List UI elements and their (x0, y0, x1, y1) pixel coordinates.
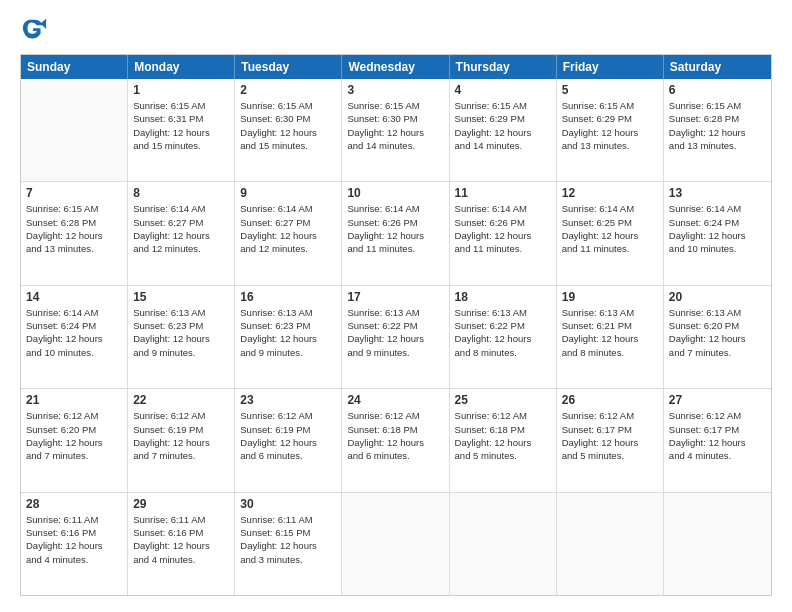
day-number: 6 (669, 83, 766, 97)
day-cell-29: 29Sunrise: 6:11 AM Sunset: 6:16 PM Dayli… (128, 493, 235, 595)
day-cell-26: 26Sunrise: 6:12 AM Sunset: 6:17 PM Dayli… (557, 389, 664, 491)
header-day-wednesday: Wednesday (342, 55, 449, 79)
calendar-row-2: 7Sunrise: 6:15 AM Sunset: 6:28 PM Daylig… (21, 182, 771, 285)
header-day-tuesday: Tuesday (235, 55, 342, 79)
day-number: 2 (240, 83, 336, 97)
day-info: Sunrise: 6:15 AM Sunset: 6:29 PM Dayligh… (562, 99, 658, 152)
day-cell-15: 15Sunrise: 6:13 AM Sunset: 6:23 PM Dayli… (128, 286, 235, 388)
day-cell-7: 7Sunrise: 6:15 AM Sunset: 6:28 PM Daylig… (21, 182, 128, 284)
day-number: 21 (26, 393, 122, 407)
day-cell-empty-4-6 (664, 493, 771, 595)
day-number: 26 (562, 393, 658, 407)
day-info: Sunrise: 6:14 AM Sunset: 6:27 PM Dayligh… (133, 202, 229, 255)
day-number: 4 (455, 83, 551, 97)
calendar-body: 1Sunrise: 6:15 AM Sunset: 6:31 PM Daylig… (21, 79, 771, 595)
day-cell-empty-0-0 (21, 79, 128, 181)
day-cell-empty-4-5 (557, 493, 664, 595)
day-number: 22 (133, 393, 229, 407)
calendar-row-3: 14Sunrise: 6:14 AM Sunset: 6:24 PM Dayli… (21, 286, 771, 389)
header-day-sunday: Sunday (21, 55, 128, 79)
day-info: Sunrise: 6:15 AM Sunset: 6:30 PM Dayligh… (240, 99, 336, 152)
day-info: Sunrise: 6:11 AM Sunset: 6:16 PM Dayligh… (26, 513, 122, 566)
day-info: Sunrise: 6:12 AM Sunset: 6:18 PM Dayligh… (347, 409, 443, 462)
day-cell-22: 22Sunrise: 6:12 AM Sunset: 6:19 PM Dayli… (128, 389, 235, 491)
calendar-row-5: 28Sunrise: 6:11 AM Sunset: 6:16 PM Dayli… (21, 493, 771, 595)
day-cell-6: 6Sunrise: 6:15 AM Sunset: 6:28 PM Daylig… (664, 79, 771, 181)
calendar-row-4: 21Sunrise: 6:12 AM Sunset: 6:20 PM Dayli… (21, 389, 771, 492)
day-number: 24 (347, 393, 443, 407)
day-number: 5 (562, 83, 658, 97)
day-number: 29 (133, 497, 229, 511)
day-cell-19: 19Sunrise: 6:13 AM Sunset: 6:21 PM Dayli… (557, 286, 664, 388)
day-number: 30 (240, 497, 336, 511)
day-info: Sunrise: 6:15 AM Sunset: 6:29 PM Dayligh… (455, 99, 551, 152)
day-cell-empty-4-3 (342, 493, 449, 595)
day-number: 27 (669, 393, 766, 407)
day-cell-20: 20Sunrise: 6:13 AM Sunset: 6:20 PM Dayli… (664, 286, 771, 388)
day-info: Sunrise: 6:15 AM Sunset: 6:28 PM Dayligh… (26, 202, 122, 255)
day-cell-24: 24Sunrise: 6:12 AM Sunset: 6:18 PM Dayli… (342, 389, 449, 491)
day-number: 16 (240, 290, 336, 304)
day-info: Sunrise: 6:12 AM Sunset: 6:18 PM Dayligh… (455, 409, 551, 462)
day-info: Sunrise: 6:13 AM Sunset: 6:20 PM Dayligh… (669, 306, 766, 359)
day-info: Sunrise: 6:11 AM Sunset: 6:15 PM Dayligh… (240, 513, 336, 566)
day-number: 25 (455, 393, 551, 407)
day-info: Sunrise: 6:12 AM Sunset: 6:19 PM Dayligh… (240, 409, 336, 462)
day-cell-13: 13Sunrise: 6:14 AM Sunset: 6:24 PM Dayli… (664, 182, 771, 284)
calendar-header: SundayMondayTuesdayWednesdayThursdayFrid… (21, 55, 771, 79)
day-cell-3: 3Sunrise: 6:15 AM Sunset: 6:30 PM Daylig… (342, 79, 449, 181)
day-number: 8 (133, 186, 229, 200)
day-cell-27: 27Sunrise: 6:12 AM Sunset: 6:17 PM Dayli… (664, 389, 771, 491)
day-cell-1: 1Sunrise: 6:15 AM Sunset: 6:31 PM Daylig… (128, 79, 235, 181)
day-info: Sunrise: 6:12 AM Sunset: 6:17 PM Dayligh… (562, 409, 658, 462)
day-number: 14 (26, 290, 122, 304)
day-number: 17 (347, 290, 443, 304)
day-info: Sunrise: 6:15 AM Sunset: 6:31 PM Dayligh… (133, 99, 229, 152)
day-info: Sunrise: 6:13 AM Sunset: 6:21 PM Dayligh… (562, 306, 658, 359)
day-info: Sunrise: 6:12 AM Sunset: 6:19 PM Dayligh… (133, 409, 229, 462)
calendar-row-1: 1Sunrise: 6:15 AM Sunset: 6:31 PM Daylig… (21, 79, 771, 182)
day-cell-4: 4Sunrise: 6:15 AM Sunset: 6:29 PM Daylig… (450, 79, 557, 181)
day-cell-8: 8Sunrise: 6:14 AM Sunset: 6:27 PM Daylig… (128, 182, 235, 284)
day-cell-18: 18Sunrise: 6:13 AM Sunset: 6:22 PM Dayli… (450, 286, 557, 388)
day-info: Sunrise: 6:15 AM Sunset: 6:28 PM Dayligh… (669, 99, 766, 152)
day-number: 13 (669, 186, 766, 200)
day-number: 10 (347, 186, 443, 200)
day-number: 9 (240, 186, 336, 200)
day-cell-21: 21Sunrise: 6:12 AM Sunset: 6:20 PM Dayli… (21, 389, 128, 491)
day-number: 23 (240, 393, 336, 407)
day-number: 12 (562, 186, 658, 200)
day-number: 20 (669, 290, 766, 304)
day-cell-empty-4-4 (450, 493, 557, 595)
header (20, 16, 772, 44)
day-cell-12: 12Sunrise: 6:14 AM Sunset: 6:25 PM Dayli… (557, 182, 664, 284)
day-info: Sunrise: 6:13 AM Sunset: 6:23 PM Dayligh… (133, 306, 229, 359)
day-info: Sunrise: 6:15 AM Sunset: 6:30 PM Dayligh… (347, 99, 443, 152)
day-number: 11 (455, 186, 551, 200)
day-info: Sunrise: 6:14 AM Sunset: 6:24 PM Dayligh… (26, 306, 122, 359)
day-cell-10: 10Sunrise: 6:14 AM Sunset: 6:26 PM Dayli… (342, 182, 449, 284)
day-cell-25: 25Sunrise: 6:12 AM Sunset: 6:18 PM Dayli… (450, 389, 557, 491)
page: SundayMondayTuesdayWednesdayThursdayFrid… (0, 0, 792, 612)
day-info: Sunrise: 6:13 AM Sunset: 6:22 PM Dayligh… (455, 306, 551, 359)
day-cell-30: 30Sunrise: 6:11 AM Sunset: 6:15 PM Dayli… (235, 493, 342, 595)
header-day-monday: Monday (128, 55, 235, 79)
day-number: 15 (133, 290, 229, 304)
day-info: Sunrise: 6:11 AM Sunset: 6:16 PM Dayligh… (133, 513, 229, 566)
header-day-thursday: Thursday (450, 55, 557, 79)
day-number: 1 (133, 83, 229, 97)
day-cell-11: 11Sunrise: 6:14 AM Sunset: 6:26 PM Dayli… (450, 182, 557, 284)
day-number: 7 (26, 186, 122, 200)
day-number: 28 (26, 497, 122, 511)
day-info: Sunrise: 6:14 AM Sunset: 6:24 PM Dayligh… (669, 202, 766, 255)
day-info: Sunrise: 6:14 AM Sunset: 6:25 PM Dayligh… (562, 202, 658, 255)
day-info: Sunrise: 6:13 AM Sunset: 6:22 PM Dayligh… (347, 306, 443, 359)
day-number: 18 (455, 290, 551, 304)
calendar: SundayMondayTuesdayWednesdayThursdayFrid… (20, 54, 772, 596)
day-info: Sunrise: 6:12 AM Sunset: 6:20 PM Dayligh… (26, 409, 122, 462)
day-info: Sunrise: 6:13 AM Sunset: 6:23 PM Dayligh… (240, 306, 336, 359)
day-info: Sunrise: 6:14 AM Sunset: 6:26 PM Dayligh… (455, 202, 551, 255)
day-number: 19 (562, 290, 658, 304)
day-cell-17: 17Sunrise: 6:13 AM Sunset: 6:22 PM Dayli… (342, 286, 449, 388)
logo-icon (20, 16, 48, 44)
